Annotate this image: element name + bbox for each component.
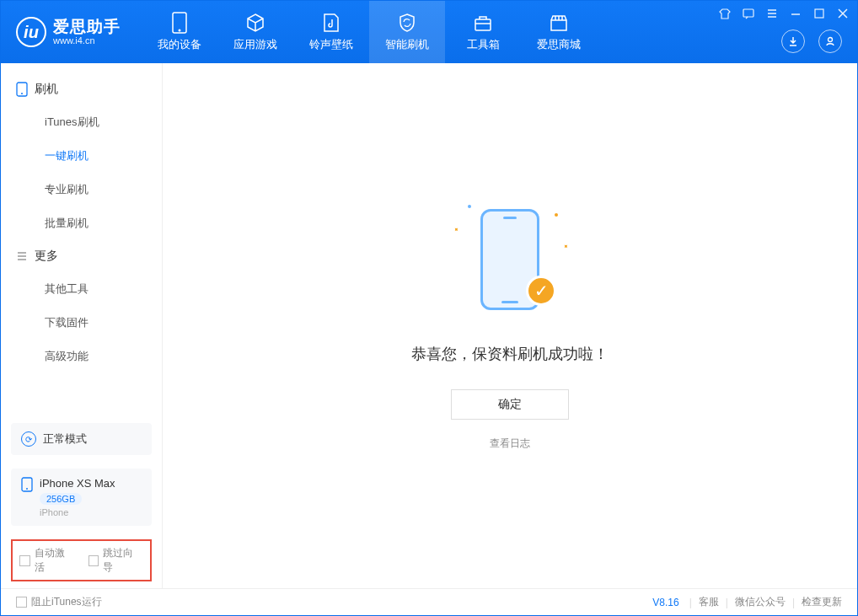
svg-rect-4 — [815, 9, 823, 18]
app-title: 爱思助手 — [53, 19, 121, 36]
header: iu 爱思助手 www.i4.cn 我的设备 应用游戏 铃声壁纸 智能刷机 — [1, 1, 857, 63]
phone-small-icon — [16, 82, 28, 97]
menu-icon[interactable] — [764, 6, 780, 21]
nav-ringtones-wallpapers[interactable]: 铃声壁纸 — [293, 1, 369, 63]
app-subtitle: www.i4.cn — [53, 35, 121, 46]
toolbox-icon — [472, 12, 494, 34]
refresh-shield-icon — [396, 12, 418, 34]
success-illustration: ✓ ✦ ✦ — [447, 201, 573, 327]
checkbox-icon — [16, 597, 27, 608]
app-logo: iu 爱思助手 www.i4.cn — [16, 17, 121, 47]
close-icon[interactable] — [835, 6, 850, 21]
device-phone-icon — [21, 477, 33, 492]
minimize-icon[interactable] — [788, 6, 803, 21]
svg-point-9 — [26, 488, 28, 490]
body: 刷机 iTunes刷机 一键刷机 专业刷机 批量刷机 更多 其他工具 下载固件 … — [1, 63, 857, 588]
store-icon — [548, 12, 570, 34]
mode-icon: ⟳ — [21, 431, 36, 447]
support-link[interactable]: 客服 — [699, 595, 719, 609]
svg-rect-3 — [743, 9, 753, 17]
sidebar-item-advanced[interactable]: 高级功能 — [1, 340, 162, 373]
cube-icon — [244, 12, 266, 34]
success-message: 恭喜您，保资料刷机成功啦！ — [411, 344, 609, 364]
sidebar-item-pro-flash[interactable]: 专业刷机 — [1, 173, 162, 206]
download-button[interactable] — [781, 29, 805, 53]
checkbox-block-itunes[interactable]: 阻止iTunes运行 — [16, 595, 102, 609]
device-info-box[interactable]: iPhone XS Max 256GB iPhone — [11, 469, 152, 526]
nav-smart-flash[interactable]: 智能刷机 — [369, 1, 445, 63]
app-window: iu 爱思助手 www.i4.cn 我的设备 应用游戏 铃声壁纸 智能刷机 — [0, 0, 858, 616]
main-nav: 我的设备 应用游戏 铃声壁纸 智能刷机 工具箱 爱思商城 — [142, 1, 597, 63]
maximize-icon[interactable] — [812, 6, 827, 21]
checkbox-icon — [19, 555, 30, 566]
main-content: ✓ ✦ ✦ 恭喜您，保资料刷机成功啦！ 确定 查看日志 — [163, 63, 857, 588]
skin-icon[interactable] — [717, 6, 732, 21]
header-right-buttons — [781, 29, 842, 53]
device-type: iPhone — [40, 507, 115, 517]
dot-icon — [555, 213, 558, 217]
svg-point-1 — [179, 29, 181, 32]
nav-my-device[interactable]: 我的设备 — [142, 1, 217, 63]
checkbox-icon — [88, 555, 99, 566]
sidebar-item-itunes-flash[interactable]: iTunes刷机 — [1, 105, 162, 139]
device-icon — [169, 12, 190, 34]
view-log-link[interactable]: 查看日志 — [490, 437, 530, 451]
check-badge-icon: ✓ — [526, 276, 556, 306]
sidebar-group-flash: 刷机 — [1, 73, 162, 105]
footer: 阻止iTunes运行 V8.16 | 客服 | 微信公众号 | 检查更新 — [1, 588, 857, 615]
user-button[interactable] — [818, 29, 842, 53]
svg-rect-2 — [475, 19, 491, 30]
sidebar-group-more: 更多 — [1, 240, 162, 272]
dot-icon — [468, 205, 471, 208]
device-name: iPhone XS Max — [40, 477, 115, 490]
device-capacity: 256GB — [40, 493, 82, 505]
nav-apps-games[interactable]: 应用游戏 — [217, 1, 293, 63]
checkbox-skip-guide[interactable]: 跳过向导 — [88, 546, 144, 575]
list-icon — [16, 250, 28, 262]
sidebar: 刷机 iTunes刷机 一键刷机 专业刷机 批量刷机 更多 其他工具 下载固件 … — [1, 63, 163, 588]
version-label: V8.16 — [652, 597, 678, 608]
sidebar-item-other-tools[interactable]: 其他工具 — [1, 272, 162, 306]
window-controls — [717, 6, 850, 21]
nav-store[interactable]: 爱思商城 — [521, 1, 597, 63]
sparkle-icon: ✦ — [452, 225, 461, 234]
music-file-icon — [320, 12, 342, 34]
nav-toolbox[interactable]: 工具箱 — [445, 1, 521, 63]
device-mode-label: 正常模式 — [43, 431, 87, 447]
bottom-options-highlight: 自动激活 跳过向导 — [11, 539, 152, 581]
checkbox-auto-activate[interactable]: 自动激活 — [19, 546, 75, 575]
svg-point-5 — [829, 38, 833, 42]
logo-icon: iu — [16, 17, 46, 47]
feedback-icon[interactable] — [741, 6, 756, 21]
device-mode-box[interactable]: ⟳ 正常模式 — [11, 423, 152, 455]
check-update-link[interactable]: 检查更新 — [802, 595, 842, 609]
sidebar-item-batch-flash[interactable]: 批量刷机 — [1, 206, 162, 240]
wechat-link[interactable]: 微信公众号 — [735, 595, 786, 609]
sparkle-icon: ✦ — [561, 242, 571, 251]
svg-point-7 — [21, 93, 23, 94]
sidebar-item-oneclick-flash[interactable]: 一键刷机 — [1, 139, 162, 173]
sidebar-item-download-firmware[interactable]: 下载固件 — [1, 306, 162, 340]
ok-button[interactable]: 确定 — [451, 389, 569, 420]
